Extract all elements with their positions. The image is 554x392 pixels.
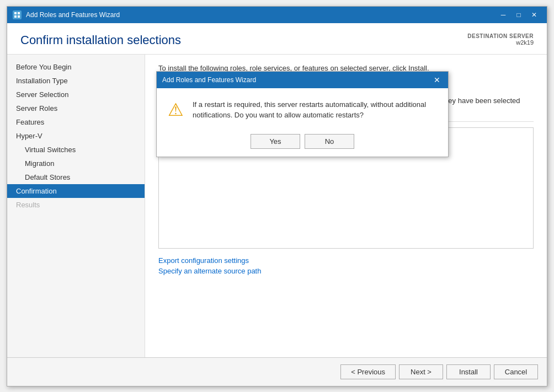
dialog-close-button[interactable]: ✕ [432, 74, 443, 85]
dialog-body: ⚠ If a restart is required, this server … [157, 88, 448, 130]
roles-icon [13, 10, 22, 19]
main-window: Add Roles and Features Wizard ─ □ ✕ Conf… [7, 6, 547, 386]
svg-rect-1 [18, 12, 20, 14]
title-bar-left: Add Roles and Features Wizard [13, 10, 120, 19]
dialog-title: Add Roles and Features Wizard [162, 76, 256, 84]
sidebar-item-migration[interactable]: Migration [7, 157, 145, 170]
next-button[interactable]: Next > [399, 364, 443, 379]
confirm-restart-dialog: Add Roles and Features Wizard ✕ ⚠ If a r… [156, 71, 449, 157]
dialog-no-button[interactable]: No [305, 134, 354, 149]
sidebar-item-results: Results [7, 198, 145, 212]
svg-rect-3 [18, 15, 20, 18]
header-area: Confirm installation selections DESTINAT… [7, 23, 547, 55]
sidebar-item-before-you-begin[interactable]: Before You Begin [7, 60, 145, 74]
destination-server-info: DESTINATION SERVER w2k19 [467, 33, 534, 46]
previous-button[interactable]: < Previous [340, 364, 396, 379]
svg-rect-0 [14, 12, 17, 14]
window-body: Confirm installation selections DESTINAT… [7, 23, 547, 386]
footer: < Previous Next > Install Cancel [7, 357, 547, 386]
alternate-source-link[interactable]: Specify an alternate source path [158, 267, 534, 275]
destination-label: DESTINATION SERVER [467, 33, 534, 39]
sidebar: Before You Begin Installation Type Serve… [7, 55, 145, 357]
sidebar-item-installation-type[interactable]: Installation Type [7, 74, 145, 88]
sidebar-item-server-selection[interactable]: Server Selection [7, 88, 145, 101]
sidebar-item-confirmation[interactable]: Confirmation [7, 184, 145, 198]
svg-rect-2 [14, 15, 17, 18]
sidebar-item-default-stores[interactable]: Default Stores [7, 170, 145, 184]
window-title: Add Roles and Features Wizard [26, 11, 120, 19]
sidebar-item-features[interactable]: Features [7, 115, 145, 129]
sidebar-item-virtual-switches[interactable]: Virtual Switches [7, 143, 145, 157]
dialog-footer: Yes No [157, 130, 448, 157]
maximize-button[interactable]: □ [512, 9, 526, 20]
install-button[interactable]: Install [446, 364, 491, 379]
sidebar-item-server-roles[interactable]: Server Roles [7, 101, 145, 115]
page-title: Confirm installation selections [20, 33, 181, 47]
close-button[interactable]: ✕ [527, 9, 541, 20]
export-config-link[interactable]: Export configuration settings [158, 256, 534, 265]
sidebar-item-hyper-v[interactable]: Hyper-V [7, 129, 145, 143]
cancel-button[interactable]: Cancel [494, 364, 538, 379]
link-area: Export configuration settings Specify an… [158, 256, 534, 275]
title-bar: Add Roles and Features Wizard ─ □ ✕ [7, 7, 547, 23]
window-controls: ─ □ ✕ [496, 9, 541, 20]
destination-server-name: w2k19 [467, 39, 534, 46]
warning-icon: ⚠ [168, 99, 184, 120]
minimize-button[interactable]: ─ [496, 9, 510, 20]
content-area: To install the following roles, role ser… [145, 55, 547, 357]
body-area: Before You Begin Installation Type Serve… [7, 55, 547, 357]
dialog-title-bar: Add Roles and Features Wizard ✕ [157, 72, 448, 88]
dialog-message: If a restart is required, this server re… [193, 99, 437, 121]
dialog-yes-button[interactable]: Yes [251, 134, 300, 149]
